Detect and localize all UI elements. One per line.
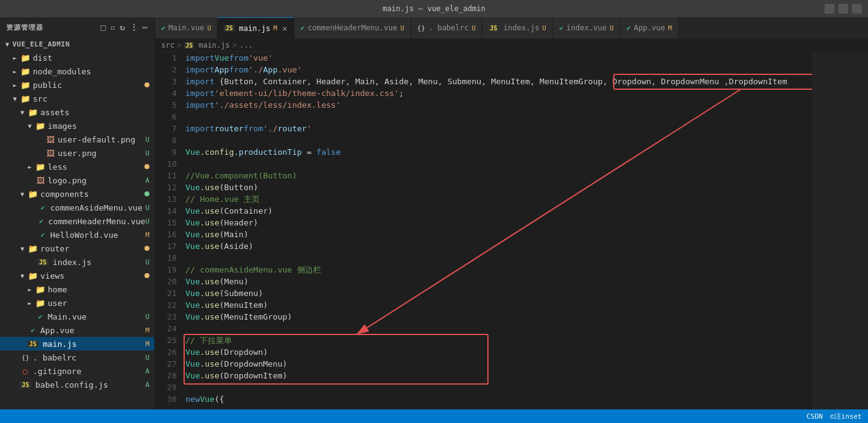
tab-badge-main-js: M: [273, 25, 277, 32]
code-line-19: // commenAsideMenu.vue 侧边栏: [185, 264, 810, 276]
tree-item-router-index-js[interactable]: ► JS index.js U: [0, 255, 154, 269]
breadcrumb-src: src: [161, 41, 175, 50]
main-area: 资源管理器 □ ▫ ↻ ⋮ ⋯ ▼ VUE_ELE_ADMIN ► 📁 dist: [0, 17, 868, 409]
tree-item-babel-config[interactable]: ► JS babel.config.js A: [0, 378, 154, 391]
tab-label-commen-header: commenHeaderMenu.vue: [308, 24, 397, 32]
js-icon-main: JS: [27, 341, 38, 347]
vue-icon-tab-commen: ✔: [301, 24, 305, 32]
folder-icon-dist: 📁: [20, 53, 31, 63]
json-icon-tab-babelrc: {}: [417, 24, 425, 32]
tree-item-commen-aside[interactable]: ► ✔ commenAsideMenu.vue U: [0, 201, 154, 214]
code-line-8: [185, 134, 810, 146]
file-tree: ▼ VUE_ELE_ADMIN ► 📁 dist ► 📁 node_module…: [0, 37, 154, 409]
tab-index-js[interactable]: JS index.js U: [482, 17, 553, 39]
editor-section: ✔ Main.vue U JS main.js M × ✔ commenHead…: [155, 17, 868, 409]
tree-item-dist[interactable]: ► 📁 dist: [0, 51, 154, 64]
layout-icon-3[interactable]: [852, 4, 862, 14]
tree-item-user-png[interactable]: ► 🖼 user.png U: [0, 146, 154, 160]
tab-badge-commen-header: U: [401, 25, 404, 32]
tab-main-js[interactable]: JS main.js M ×: [218, 17, 294, 39]
tab-label-main-js: main.js: [239, 24, 271, 33]
tab-index-vue[interactable]: ✔ index.vue U: [553, 17, 621, 39]
img-icon-logo: 🖼: [35, 176, 46, 185]
tree-item-main-vue[interactable]: ► ✔ Main.vue U: [0, 310, 154, 323]
tree-item-public[interactable]: ► 📁 public: [0, 78, 154, 92]
tree-item-components[interactable]: ▼ 📁 components: [0, 187, 154, 201]
code-line-12: Vue.use(Button): [185, 181, 810, 193]
folder-icon-public: 📁: [20, 81, 31, 90]
tab-badge-app-vue: M: [668, 25, 672, 32]
tree-item-logo[interactable]: ► 🖼 logo.png A: [0, 173, 154, 187]
minimap-bg: [813, 52, 868, 409]
tree-item-home[interactable]: ► 📁 home: [0, 282, 154, 296]
code-line-13: // Home.vue 主页: [185, 193, 810, 205]
sidebar-actions[interactable]: □ ▫ ↻ ⋮ ⋯: [100, 22, 148, 32]
tree-item-app-vue[interactable]: ► ✔ App.vue M: [0, 323, 154, 337]
code-line-9: Vue.config.productionTip = false: [185, 146, 810, 158]
code-editor[interactable]: 1234567891011121314151617181920212223242…: [155, 52, 868, 409]
code-line-18: [185, 252, 810, 264]
img-icon-user-png: 🖼: [45, 149, 56, 158]
collapse-icon[interactable]: ⋮: [130, 22, 139, 32]
code-line-1: import Vue from 'vue': [185, 52, 810, 64]
tree-item-less[interactable]: ► 📁 less: [0, 160, 154, 173]
badge-less: [144, 164, 149, 169]
badge-commen-aside: U: [145, 204, 149, 212]
refresh-icon[interactable]: ↻: [120, 22, 125, 32]
tree-item-views[interactable]: ▼ 📁 views: [0, 269, 154, 282]
code-line-6: [185, 111, 810, 123]
new-file-icon[interactable]: □: [100, 22, 106, 32]
tree-item-assets[interactable]: ▼ 📁 assets: [0, 105, 154, 119]
code-line-20: Vue.use(Menu): [185, 276, 810, 287]
code-line-10: [185, 158, 810, 170]
code-line-4: import 'element-ui/lib/theme-chalk/index…: [185, 87, 810, 99]
tree-item-node-modules[interactable]: ► 📁 node_modules: [0, 64, 154, 78]
code-line-11: //Vue.component(Button): [185, 170, 810, 181]
folder-icon-node-modules: 📁: [20, 67, 31, 76]
title-bar: main.js — vue_ele_admin: [0, 0, 868, 17]
tree-item-commen-header[interactable]: ► ✔ commenHeaderMenu.vue U: [0, 214, 154, 228]
badge-hello-world: M: [145, 231, 149, 239]
sidebar: 资源管理器 □ ▫ ↻ ⋮ ⋯ ▼ VUE_ELE_ADMIN ► 📁 dist: [0, 17, 155, 409]
tree-item-gitignore[interactable]: ► ◯ .gitignore A: [0, 364, 154, 378]
tab-app-vue[interactable]: ✔ App.vue M: [621, 17, 679, 39]
breadcrumb: src > JS main.js > ...: [155, 39, 868, 52]
code-content[interactable]: import Vue from 'vue'import App from './…: [183, 52, 812, 409]
tree-item-images[interactable]: ▼ 📁 images: [0, 119, 154, 133]
window-controls[interactable]: [825, 4, 862, 14]
code-line-16: Vue.use(Main): [185, 229, 810, 240]
badge-babelrc: U: [145, 354, 149, 362]
tree-item-src[interactable]: ▼ 📁 src: [0, 92, 154, 105]
layout-icon-1[interactable]: [825, 4, 835, 14]
vue-icon-hello-world: ✔: [37, 231, 48, 239]
tree-item-user-default[interactable]: ► 🖼 user-default.png U: [0, 133, 154, 146]
new-folder-icon[interactable]: ▫: [110, 22, 116, 32]
tree-item-babelrc[interactable]: ► {} . babelrc U: [0, 351, 154, 364]
tab-label-index-vue: index.vue: [567, 24, 607, 32]
folder-icon-src: 📁: [20, 94, 31, 103]
breadcrumb-sep1: >: [177, 41, 182, 50]
breadcrumb-sep2: >: [232, 41, 237, 50]
tab-close-main-js[interactable]: ×: [282, 24, 287, 33]
layout-icon-2[interactable]: [838, 4, 848, 14]
vue-icon-main: ✔: [35, 313, 46, 321]
tree-root[interactable]: ▼ VUE_ELE_ADMIN: [0, 37, 154, 51]
badge-public: [144, 82, 149, 87]
badge-commen-header: U: [145, 217, 149, 225]
root-label: VUE_ELE_ADMIN: [12, 40, 70, 48]
tab-commen-header[interactable]: ✔ commenHeaderMenu.vue U: [294, 17, 411, 39]
badge-main-js: M: [145, 340, 149, 348]
tab-babelrc[interactable]: {} . babelrc U: [411, 17, 482, 39]
code-line-17: Vue.use(Aside): [185, 240, 810, 252]
tree-item-hello-world[interactable]: ► ✔ HelloWorld.vue M: [0, 228, 154, 242]
code-line-21: Vue.use(Submenu): [185, 287, 810, 299]
breadcrumb-mainjs: JS main.js: [184, 41, 230, 50]
json-icon-babelrc: {}: [20, 354, 31, 362]
tree-item-main-js[interactable]: ► JS main.js M: [0, 337, 154, 351]
tree-item-user-folder[interactable]: ► 📁 user: [0, 296, 154, 310]
more-icon[interactable]: ⋯: [143, 22, 148, 32]
tab-main-vue[interactable]: ✔ Main.vue U: [155, 17, 218, 39]
badge-gitignore: A: [145, 367, 149, 375]
tree-item-router[interactable]: ▼ 📁 router: [0, 242, 154, 255]
vue-icon-commen-aside: ✔: [37, 204, 48, 212]
